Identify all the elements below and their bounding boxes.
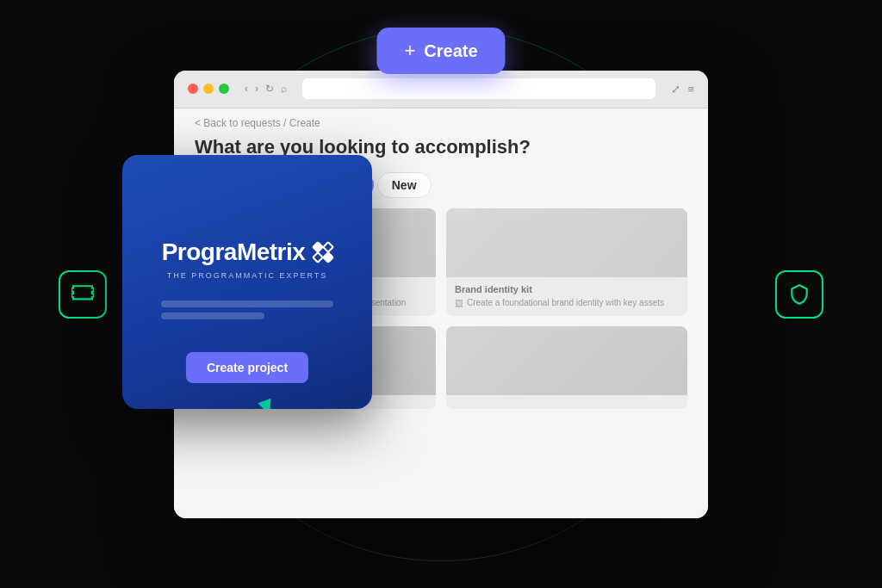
grid-item-desc-2: 🖼 Create a foundational brand identity w… [455,297,679,309]
dot-red[interactable] [188,84,198,94]
grid-item-info-4 [446,395,687,409]
grid-item-icon-2: 🖼 [455,298,463,309]
cursor-triangle [258,399,276,409]
badge-shield [775,270,823,319]
grid-item-2[interactable]: Brand identity kit 🖼 Create a foundation… [446,208,687,316]
browser-actions: ⤢ ≡ [671,83,694,96]
nav-search[interactable]: ⌕ [281,83,287,95]
grid-item-info-2: Brand identity kit 🖼 Create a foundation… [446,277,687,316]
logo-diamonds [314,243,332,262]
card-line-2 [161,313,264,319]
nav-back[interactable]: ‹ [245,83,248,95]
card-line-1 [161,300,333,307]
tab-new[interactable]: New [377,172,432,198]
create-button[interactable]: + Create [376,28,505,74]
project-logo: PrograMetrix [162,238,333,266]
breadcrumb: < Back to requests / Create [174,108,708,129]
grid-item-title-2: Brand identity kit [455,284,679,294]
project-card-lines [161,300,333,319]
project-tagline: THE PROGRAMMATIC EXPERTS [167,271,328,280]
nav-forward[interactable]: › [255,83,258,95]
browser-chrome: ‹ › ↻ ⌕ ⤢ ≡ [174,71,708,108]
expand-icon[interactable]: ⤢ [671,83,680,96]
grid-item-4[interactable] [446,326,687,409]
plus-icon: + [404,40,415,62]
create-button-label: Create [424,41,477,61]
dot-yellow[interactable] [203,84,214,94]
badge-ticket [59,270,107,319]
browser-dots [188,84,229,94]
nav-refresh[interactable]: ↻ [265,83,274,95]
address-bar[interactable] [302,78,655,99]
menu-icon[interactable]: ≡ [687,83,694,96]
dot-green[interactable] [219,84,229,94]
grid-item-image-4 [446,326,687,395]
logo-text: PrograMetrix [162,238,306,266]
browser-nav: ‹ › ↻ ⌕ [245,83,287,95]
grid-item-image-2 [446,208,687,277]
create-project-button[interactable]: Create project [186,352,308,383]
project-card: PrograMetrix THE PROGRAMMATIC EXPERTS Cr… [122,155,372,409]
